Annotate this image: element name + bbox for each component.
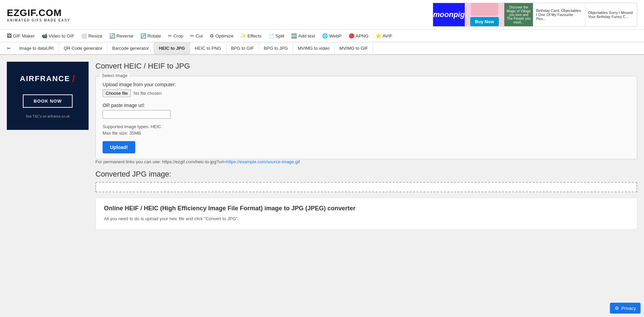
url-row: OR paste image url: (103, 103, 630, 119)
upload-button[interactable]: Upload! (103, 141, 135, 153)
perm-link-url[interactable]: https://example.com/source-image.gif (226, 159, 300, 164)
nav-crop[interactable]: ✂Crop (165, 30, 187, 42)
logo-sub: ANIMATED GIFS MADE EASY (7, 18, 70, 22)
fieldset-legend: Select image (100, 73, 129, 78)
max-size: Max file size: 35MB (103, 131, 630, 136)
info-text: All you need to do is upload your heic f… (104, 215, 629, 223)
sub-nav-icon: ✂ (3, 43, 14, 54)
ad-card3: Birthday Card, Objectables I One Of My F… (533, 3, 585, 26)
file-upload-row: Choose file No file chosen (103, 89, 630, 97)
video-to-gif-icon: 📹 (42, 33, 47, 39)
perm-link: For permanent links you can use: https:/… (95, 159, 637, 164)
nav-reverse[interactable]: 🔄Reverse (106, 30, 137, 42)
sub-nav: ✂ Image to dataURI QR Code generator Bar… (0, 42, 644, 55)
choose-file-button[interactable]: Choose file (103, 89, 131, 97)
add-text-icon: 🔤 (291, 33, 297, 39)
or-paste-label: OR paste image url: (103, 103, 630, 108)
ad-buy-now-btn[interactable]: Buy Now (470, 17, 499, 26)
sidebar-ad-image: AIRFRANCE / BOOK NOW See T&C's on airfra… (7, 62, 89, 130)
nav-effects[interactable]: ✨Effects (237, 30, 265, 42)
page-title: Convert HEIC / HEIF to JPG (95, 62, 637, 71)
sidebar-tc: See T&C's on airfrance.co.uk (26, 115, 70, 118)
nav-webp[interactable]: 🌐WebP (319, 30, 345, 42)
subnav-heic-to-jpg[interactable]: HEIC to JPG (154, 42, 190, 54)
ad-card2: Discover the Magic of Village you love a… (504, 3, 533, 26)
info-title: Online HEIF / HEIC (High Efficiency Imag… (104, 205, 629, 212)
nav-optimize[interactable]: ⚙Optimize (206, 30, 237, 42)
subnav-bpg-to-gif[interactable]: BPG to GIF (226, 42, 259, 54)
main-section: Convert HEIC / HEIF to JPG Select image … (95, 62, 637, 230)
sidebar-book-now-btn[interactable]: BOOK NOW (23, 94, 73, 108)
nav-add-text[interactable]: 🔤Add text (288, 30, 319, 42)
crop-icon: ✂ (168, 33, 172, 39)
avif-icon: ⭐ (375, 33, 381, 39)
url-input[interactable] (103, 110, 171, 119)
ad-moonpig: moonpig (433, 3, 465, 26)
reverse-icon: 🔄 (109, 33, 115, 39)
resize-icon: ⬜ (81, 33, 87, 39)
split-icon: 📄 (268, 33, 274, 39)
ad-card1[interactable]: Buy Now (465, 3, 504, 26)
webp-icon: 🌐 (322, 33, 328, 39)
subnav-qr-code-generator[interactable]: QR Code generator (59, 42, 107, 54)
select-image-fieldset: Select image Upload image from your comp… (95, 76, 637, 159)
nav-resize[interactable]: ⬜Resize (78, 30, 106, 42)
nav-rotate[interactable]: 🔃Rotate (137, 30, 165, 42)
logo-area: EZGIF.COM ANIMATED GIFS MADE EASY (7, 7, 70, 22)
converted-title: Converted JPG image: (95, 170, 637, 179)
ad-card4: Objectables Sorry I Missed Your Birthday… (585, 3, 637, 26)
converted-box (95, 182, 637, 192)
moonpig-label: moonpig (433, 10, 465, 19)
subnav-barcode-generator[interactable]: Barcode generator (107, 42, 154, 54)
upload-label: Upload image from your computer: (103, 82, 630, 87)
subnav-bpg-to-jpg[interactable]: BPG to JPG (259, 42, 293, 54)
content-wrapper: AIRFRANCE / BOOK NOW See T&C's on airfra… (0, 55, 644, 237)
upload-row: Upload image from your computer: Choose … (103, 82, 630, 97)
cut-icon: ✂ (190, 33, 194, 39)
main-nav: 🖼GIF Maker 📹Video to GIF ⬜Resize 🔄Revers… (0, 30, 644, 42)
subnav-heic-to-png[interactable]: HEIC to PNG (190, 42, 226, 54)
nav-cut[interactable]: ✂Cut (187, 30, 206, 42)
rotate-icon: 🔃 (140, 33, 146, 39)
header: EZGIF.COM ANIMATED GIFS MADE EASY moonpi… (0, 0, 644, 30)
nav-video-to-gif[interactable]: 📹Video to GIF (38, 30, 78, 42)
logo-text: EZGIF.COM (7, 7, 70, 18)
nav-apng[interactable]: 🔴APNG (345, 30, 372, 42)
sidebar-brand: AIRFRANCE / (20, 73, 75, 84)
subnav-image-to-datauri[interactable]: Image to dataURI (14, 42, 59, 54)
sidebar-ad: AIRFRANCE / BOOK NOW See T&C's on airfra… (7, 62, 89, 230)
apng-icon: 🔴 (349, 33, 354, 39)
subnav-mvimg-to-gif[interactable]: MVIMG to GIF (335, 42, 373, 54)
effects-icon: ✨ (240, 33, 246, 39)
subnav-mvimg-to-video[interactable]: MVIMG to video (293, 42, 335, 54)
info-box: Online HEIF / HEIC (High Efficiency Imag… (95, 198, 637, 230)
no-file-text: No file chosen (134, 91, 162, 96)
nav-split[interactable]: 📄Split (265, 30, 288, 42)
nav-avif[interactable]: ⭐AVIF (372, 30, 396, 42)
optimize-icon: ⚙ (210, 33, 214, 39)
gif-maker-icon: 🖼 (7, 33, 12, 39)
nav-gif-maker[interactable]: 🖼GIF Maker (3, 30, 38, 42)
ad-banner: moonpig Buy Now Discover the Magic of Vi… (433, 3, 637, 27)
stripe-icon: / (72, 73, 76, 84)
supported-types: Supported image types: HEIC (103, 124, 630, 129)
